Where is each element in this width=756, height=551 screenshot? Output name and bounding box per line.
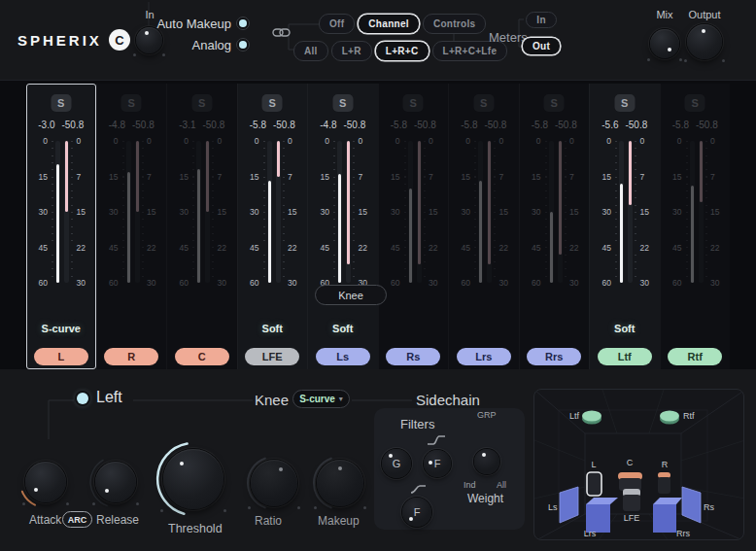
gr-value: -50.8 [414,120,436,130]
meter-readout: -4.8-50.8 [308,120,378,130]
speaker-ltf[interactable] [582,411,601,422]
channel-button-lrs[interactable]: Lrs [457,348,511,365]
input-meter-track [196,141,201,283]
channel-button-rs[interactable]: Rs [386,348,440,365]
link-mode-off[interactable]: Off [319,14,355,34]
channel-strip-r[interactable]: S-4.8-50.801530456007152230R [96,84,167,369]
channel-strip-l[interactable]: S-3.0-50.801530456007152230S-curveL [26,84,96,369]
solo-button[interactable]: S [332,94,353,112]
input-scale: 015304560 [451,136,474,288]
link-mode-controls[interactable]: Controls [423,14,487,34]
input-meter-track [690,141,695,283]
input-meter-track [478,141,483,283]
channel-strip-lrs[interactable]: S-5.8-50.801530456007152230Lrs [448,84,519,369]
speaker-rtf[interactable] [660,411,679,422]
channel-button-r[interactable]: R [104,348,158,365]
solo-button[interactable]: S [51,94,71,112]
peak-value: -5.8 [532,120,548,130]
release-knob[interactable] [95,462,136,502]
speaker-lrs[interactable] [586,498,618,533]
solo-button[interactable]: S [121,94,142,112]
channel-strip-lfe[interactable]: S-5.8-50.801530456007152230SoftLFE [237,84,308,369]
gain-reduction-track [276,141,281,283]
channel-strip-ls[interactable]: S-4.8-50.801530456007152230SoftLs [307,84,378,369]
meters-in[interactable]: In [526,12,557,28]
solo-button[interactable]: S [403,94,424,112]
sidechain-f2-knob[interactable]: F [402,498,431,527]
solo-button[interactable]: S [262,94,283,112]
label-lfe: LFE [624,513,640,523]
channel-button-ls[interactable]: Ls [316,348,370,365]
solo-button[interactable]: S [191,94,212,112]
mix-knob[interactable] [650,29,679,58]
knee-dropdown[interactable]: S-curve ▾ [292,390,350,408]
output-knob[interactable] [687,24,722,59]
sidechain-f-knob[interactable]: F [424,450,451,477]
attack-knob[interactable] [25,462,66,502]
channel-strip-rrs[interactable]: S-5.8-50.801530456007152230Rrs [519,84,590,369]
channel-strip-c[interactable]: S-3.1-50.801530456007152230C [166,84,237,369]
knee-button[interactable]: Knee [315,285,387,305]
link-group-all[interactable]: All [293,41,328,61]
gain-reduction-bar [277,141,280,177]
channel-strip-rs[interactable]: S-5.8-50.801530456007152230Rs [378,84,449,369]
channel-button-ltf[interactable]: Ltf [598,348,652,365]
channel-strip-rtf[interactable]: S-5.8-50.801530456007152230Rtf [660,84,731,369]
g-knob-indicator [389,454,393,458]
input-meter-track [126,141,131,283]
speaker-lfe[interactable] [623,489,640,511]
label-l: L [591,460,596,469]
auto-makeup-label: Auto Makeup [122,17,231,31]
arc-button[interactable]: ARC [62,511,92,528]
makeup-knob-indicator [338,466,342,470]
speaker-rrs[interactable] [653,498,682,533]
sidechain-g-knob[interactable]: G [382,449,411,478]
gr-scale: 07152230 [356,136,375,288]
auto-makeup-toggle[interactable] [236,17,250,30]
f2-knob-indicator [409,517,413,521]
logo-text: SPHERIX [17,32,102,49]
input-scale: 015304560 [522,136,545,288]
channel-button-c[interactable]: C [175,348,229,365]
speaker-ls[interactable] [560,487,578,523]
f-knob-indicator [429,461,432,465]
plugin-window: SPHERIX C In Auto Makeup Analog OffChann… [0,0,756,551]
meter-readout: -5.8-50.8 [520,120,590,130]
threshold-knob[interactable] [163,449,223,509]
input-level-bar [268,181,271,283]
input-level-bar [127,172,130,283]
gr-value: -50.8 [696,120,718,130]
analog-toggle[interactable] [236,38,250,52]
speaker-c[interactable] [618,472,642,491]
channel-button-rtf[interactable]: Rtf [668,348,722,365]
level-meters: 01530456007152230 [308,141,378,283]
attack-knob-indicator [34,488,38,492]
ratio-knob[interactable] [251,460,297,506]
sidechain-label: Sidechain [416,392,480,408]
meters-out[interactable]: Out [522,37,561,55]
link-group-l-r[interactable]: L+R [331,41,372,61]
level-meters: 01530456007152230 [26,141,96,283]
link-group-l-r-c[interactable]: L+R+C [375,41,430,61]
meter-readout: -4.8-50.8 [97,120,167,130]
link-mode-channel[interactable]: Channel [358,14,420,34]
makeup-knob[interactable] [317,460,363,506]
solo-button[interactable]: S [544,94,565,112]
channel-button-rrs[interactable]: Rrs [527,348,581,365]
speaker-r[interactable] [658,472,670,494]
solo-button[interactable]: S [685,94,705,112]
speaker-l[interactable] [587,472,601,496]
channel-button-lfe[interactable]: LFE [245,348,299,365]
input-level-bar [197,169,200,283]
speaker-rs[interactable] [682,487,701,523]
knee-curve-label: Soft [590,323,660,334]
sidechain-panel: Filters G F GRP Ind All Weight [374,408,525,530]
solo-button[interactable]: S [614,94,635,112]
all-label: All [497,480,506,490]
gr-value: -50.8 [273,120,295,130]
solo-button[interactable]: S [473,94,494,112]
channel-button-l[interactable]: L [34,348,88,365]
channel-strip-ltf[interactable]: S-5.6-50.801530456007152230SoftLtf [589,84,660,369]
weight-knob[interactable] [474,449,499,474]
low-shelf-icon [410,484,427,495]
